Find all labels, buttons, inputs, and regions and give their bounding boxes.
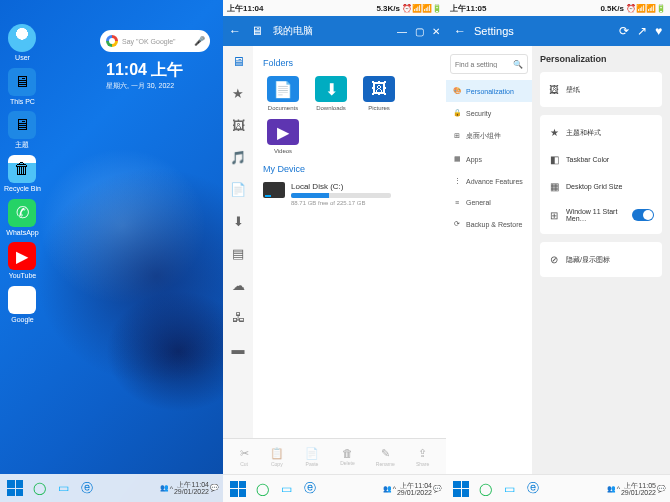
explorer-actionbar: ✂ Cut 📋 Copy 📄 Paste 🗑 Delete ✎ Rename ⇪…	[223, 438, 446, 474]
backup-icon: ⟳	[452, 220, 462, 228]
taskbar-app[interactable]: ◯	[251, 478, 273, 500]
rail-star-icon[interactable]: ★	[229, 84, 247, 102]
file-explorer-screenshot: 上午11:04 5.3K/s⏰📶📶🔋 ← 🖥 我的电脑 ― ▢ ✕ 🖥 ★ 🖼 …	[223, 0, 446, 502]
search-input[interactable]	[455, 61, 510, 68]
settings-search[interactable]: 🔍	[450, 54, 528, 74]
nav-personalization[interactable]: 🎨 Personalization	[446, 80, 532, 102]
documents-folder-icon: 📄	[267, 76, 299, 102]
icon-label: YouTube	[9, 272, 37, 280]
copy-icon: 📋	[270, 447, 284, 460]
refresh-icon[interactable]: ⟳	[619, 24, 629, 38]
desktop-icon-this-pc[interactable]: 🖥 This PC	[4, 68, 41, 106]
taskbar-app[interactable]: ◯	[474, 478, 496, 500]
disk-name: Local Disk (C:)	[291, 182, 436, 191]
taskbar-app[interactable]: ▭	[52, 477, 74, 499]
desktop-icon-youtube[interactable]: ▶ YouTube	[4, 242, 41, 280]
tray-chat-icon[interactable]: 💬	[210, 484, 219, 492]
action-label: Paste	[306, 461, 319, 467]
taskbar-edge[interactable]: ⓔ	[299, 478, 321, 500]
taskbar: ◯ ▭ ⓔ 👥 ^ 上午11:0429/01/2022 💬	[0, 474, 223, 502]
google-icon	[8, 286, 36, 314]
action-paste[interactable]: 📄 Paste	[305, 447, 319, 467]
system-tray[interactable]: 👥 ^ 上午11:0429/01/2022 💬	[160, 481, 219, 495]
start-button[interactable]	[227, 478, 249, 500]
start-button[interactable]	[4, 477, 26, 499]
rename-icon: ✎	[381, 447, 390, 460]
folder-downloads[interactable]: ⬇ Downloads	[311, 76, 351, 111]
folder-label: Pictures	[368, 105, 390, 111]
action-rename[interactable]: ✎ Rename	[376, 447, 395, 467]
desktop-icon-whatsapp[interactable]: ✆ WhatsApp	[4, 199, 41, 237]
action-label: Rename	[376, 461, 395, 467]
desktop-icon-google[interactable]: Google	[4, 286, 41, 324]
desktop-icon-generic[interactable]: 🖥 主題	[4, 111, 41, 149]
system-tray[interactable]: 👥^ 上午11:0429/01/2022 💬	[383, 482, 442, 496]
taskbar-color-icon: ◧	[548, 154, 560, 165]
share-icon[interactable]: ↗	[637, 24, 647, 38]
action-delete[interactable]: 🗑 Delete	[340, 447, 354, 466]
rail-download-icon[interactable]: ⬇	[229, 212, 247, 230]
clock-time: 11:04 上午	[106, 60, 183, 81]
action-label: Delete	[340, 460, 354, 466]
disk-item[interactable]: Local Disk (C:) 88.71 GB free of 225.17 …	[263, 182, 436, 206]
rail-pc-icon[interactable]: 🖥	[229, 52, 247, 70]
folder-documents[interactable]: 📄 Documents	[263, 76, 303, 111]
setting-theme[interactable]: ★ 主题和样式	[540, 119, 662, 146]
toggle-switch[interactable]	[632, 209, 654, 221]
minimize-icon[interactable]: ―	[397, 26, 407, 37]
tray-people-icon[interactable]: 👥	[160, 484, 169, 492]
pc-icon: 🖥	[251, 24, 267, 38]
back-icon[interactable]: ←	[229, 24, 245, 38]
desktop-icon-recycle-bin[interactable]: 🗑 Recycle Bin	[4, 155, 41, 193]
rail-net-icon[interactable]: 🖧	[229, 308, 247, 326]
nav-apps[interactable]: ▦ Apps	[446, 148, 532, 170]
desktop-icon-user[interactable]: User	[4, 24, 41, 62]
setting-label: Taskbar Color	[566, 156, 654, 163]
rail-doc-icon[interactable]: 📄	[229, 180, 247, 198]
action-cut[interactable]: ✂ Cut	[240, 447, 249, 467]
setting-wallpaper[interactable]: 🖼 壁纸	[540, 76, 662, 103]
nav-general[interactable]: ≡ General	[446, 192, 532, 213]
taskbar: ◯ ▭ ⓔ 👥^ 上午11:0429/01/2022 💬	[223, 474, 446, 502]
heart-icon[interactable]: ♥	[655, 24, 662, 38]
taskbar-app[interactable]: ▭	[275, 478, 297, 500]
setting-grid-size[interactable]: ▦ Desktop Grid Size	[540, 173, 662, 200]
action-share[interactable]: ⇪ Share	[416, 447, 429, 467]
system-tray[interactable]: 👥^ 上午11:0529/01/2022 💬	[607, 482, 666, 496]
folder-videos[interactable]: ▶ Videos	[263, 119, 303, 154]
nav-advance[interactable]: ⋮ Advance Features	[446, 170, 532, 192]
rail-music-icon[interactable]: 🎵	[229, 148, 247, 166]
nav-widgets[interactable]: ⊞ 桌面小组件	[446, 124, 532, 148]
clock-widget[interactable]: 11:04 上午 星期六, 一月 30, 2022	[106, 60, 183, 91]
rail-cloud-icon[interactable]: ☁	[229, 276, 247, 294]
rail-drive-icon[interactable]: ▬	[229, 340, 247, 358]
rail-app-icon[interactable]: ▤	[229, 244, 247, 262]
google-logo-icon	[106, 35, 118, 47]
nav-security[interactable]: 🔒 Security	[446, 102, 532, 124]
security-icon: 🔒	[452, 109, 462, 117]
back-icon[interactable]: ←	[454, 24, 466, 38]
maximize-icon[interactable]: ▢	[415, 26, 424, 37]
close-icon[interactable]: ✕	[432, 26, 440, 37]
rail-image-icon[interactable]: 🖼	[229, 116, 247, 134]
search-widget[interactable]: Say "OK Google" 🎤	[100, 30, 210, 52]
start-button[interactable]	[450, 478, 472, 500]
setting-start-menu[interactable]: ⊞ Window 11 Start Men…	[540, 200, 662, 230]
disk-free-text: 88.71 GB free of 225.17 GB	[291, 200, 436, 206]
mic-icon[interactable]: 🎤	[194, 36, 204, 46]
setting-label: 主题和样式	[566, 128, 654, 138]
folder-pictures[interactable]: 🖼 Pictures	[359, 76, 399, 111]
status-bar: 上午11:04 5.3K/s⏰📶📶🔋	[223, 0, 446, 16]
setting-taskbar-color[interactable]: ◧ Taskbar Color	[540, 146, 662, 173]
nav-label: Personalization	[466, 88, 514, 95]
taskbar-edge[interactable]: ⓔ	[522, 478, 544, 500]
nav-label: Advance Features	[466, 178, 523, 185]
action-copy[interactable]: 📋 Copy	[270, 447, 284, 467]
taskbar-app[interactable]: ▭	[498, 478, 520, 500]
settings-screenshot: 上午11:05 0.5K/s⏰📶📶🔋 ← Settings ⟳ ↗ ♥ 🔍 🎨 …	[446, 0, 670, 502]
nav-backup[interactable]: ⟳ Backup & Restore	[446, 213, 532, 235]
taskbar-app[interactable]: ◯	[28, 477, 50, 499]
setting-hide[interactable]: ⊘ 隐藏/显示图标	[540, 246, 662, 273]
taskbar-edge[interactable]: ⓔ	[76, 477, 98, 499]
desktop-screenshot: 上午11:04 1.6K/s⏰📶📶🔋 User 🖥 This PC 🖥 主題 🗑…	[0, 0, 223, 502]
